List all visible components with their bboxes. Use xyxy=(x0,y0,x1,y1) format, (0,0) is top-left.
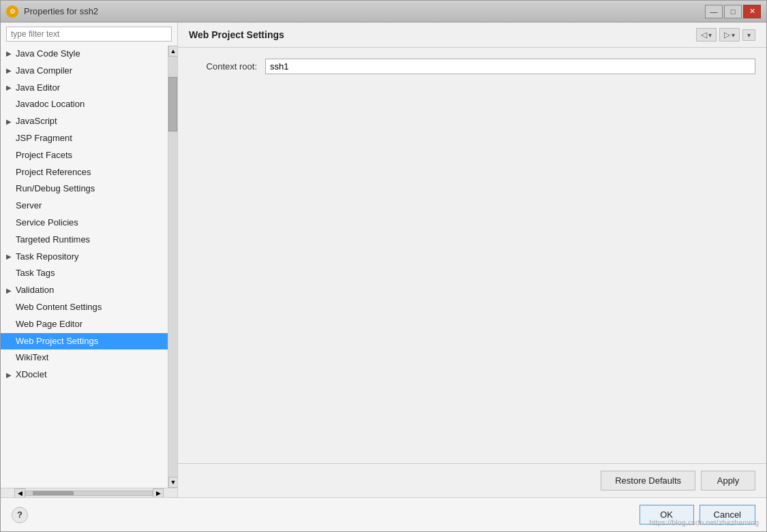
tree-item-project-references[interactable]: Project References xyxy=(1,164,168,181)
scroll-left-arrow[interactable]: ◀ xyxy=(14,488,25,498)
forward-icon: ▷ xyxy=(724,30,730,40)
tree-label-server: Server xyxy=(16,199,42,213)
scroll-down-arrow[interactable]: ▼ xyxy=(168,477,177,488)
tree-label-javadoc-location: Javadoc Location xyxy=(16,97,85,112)
maximize-button[interactable]: □ xyxy=(724,5,742,18)
close-button[interactable]: ✕ xyxy=(743,5,761,18)
tree-item-xdoclet[interactable]: ▶XDoclet xyxy=(1,366,168,384)
context-root-row: Context root: xyxy=(189,59,755,74)
tree-label-run-debug-settings: Run/Debug Settings xyxy=(16,182,95,196)
forward-button[interactable]: ▷ ▾ xyxy=(719,28,740,42)
tree-label-project-references: Project References xyxy=(16,166,91,180)
tree-arrow-xdoclet: ▶ xyxy=(6,370,16,381)
minimize-button[interactable]: — xyxy=(705,5,723,18)
context-root-label: Context root: xyxy=(189,61,257,72)
tree-item-java-code-style[interactable]: ▶Java Code Style xyxy=(1,46,168,63)
scroll-up-arrow[interactable]: ▲ xyxy=(168,46,177,57)
title-bar: ⚙ Properties for ssh2 — □ ✕ xyxy=(1,1,766,22)
right-content: Context root: xyxy=(178,48,766,463)
tree-label-task-repository: Task Repository xyxy=(16,250,78,264)
right-footer: Restore Defaults Apply xyxy=(178,463,766,497)
tree-item-project-facets[interactable]: Project Facets xyxy=(1,147,168,164)
tree-item-jsp-fragment[interactable]: JSP Fragment xyxy=(1,130,168,147)
tree-label-java-compiler: Java Compiler xyxy=(16,64,72,78)
right-header: Web Project Settings ◁ ▾ ▷ ▾ ▾ xyxy=(178,22,766,48)
window-icon: ⚙ xyxy=(6,5,18,18)
context-root-input[interactable] xyxy=(265,59,755,74)
h-scroll-thumb[interactable] xyxy=(33,491,74,495)
tree-item-task-tags[interactable]: Task Tags xyxy=(1,265,168,282)
back-button[interactable]: ◁ ▾ xyxy=(696,28,717,42)
properties-window: ⚙ Properties for ssh2 — □ ✕ ▶Java Code S… xyxy=(0,0,767,532)
tree-item-javascript[interactable]: ▶JavaScript xyxy=(1,113,168,130)
tree-label-web-page-editor: Web Page Editor xyxy=(16,317,82,332)
tree-label-web-project-settings: Web Project Settings xyxy=(16,334,98,349)
tree-item-web-project-settings[interactable]: Web Project Settings xyxy=(1,333,168,350)
right-panel: Web Project Settings ◁ ▾ ▷ ▾ ▾ xyxy=(178,22,766,497)
tree-item-run-debug-settings[interactable]: Run/Debug Settings xyxy=(1,181,168,198)
tree-list: ▶Java Code Style▶Java Compiler▶Java Edit… xyxy=(1,46,168,488)
window-title: Properties for ssh2 xyxy=(24,6,98,16)
forward-dropdown-arrow[interactable]: ▾ xyxy=(732,31,735,39)
tree-label-java-code-style: Java Code Style xyxy=(16,47,80,61)
apply-button[interactable]: Apply xyxy=(701,471,755,490)
filter-input[interactable] xyxy=(6,27,172,42)
tree-item-server[interactable]: Server xyxy=(1,198,168,215)
title-bar-left: ⚙ Properties for ssh2 xyxy=(6,5,98,18)
tree-item-wikitext[interactable]: WikiText xyxy=(1,349,168,366)
back-icon: ◁ xyxy=(701,30,707,40)
scroll-track xyxy=(168,57,177,477)
tree-label-javascript: JavaScript xyxy=(16,114,57,129)
tree-item-java-compiler[interactable]: ▶Java Compiler xyxy=(1,63,168,80)
scroll-right-arrow[interactable]: ▶ xyxy=(153,488,164,498)
watermark: https://blog.csdn.net/zhazhaming xyxy=(649,518,759,527)
tree-label-validation: Validation xyxy=(16,283,54,298)
tree-item-java-editor[interactable]: ▶Java Editor xyxy=(1,80,168,97)
tree-item-javadoc-location[interactable]: Javadoc Location xyxy=(1,96,168,113)
tree-label-targeted-runtimes: Targeted Runtimes xyxy=(16,233,90,247)
menu-dropdown-arrow[interactable]: ▾ xyxy=(747,31,751,39)
title-bar-controls: — □ ✕ xyxy=(705,5,761,18)
tree-item-web-content-settings[interactable]: Web Content Settings xyxy=(1,299,168,316)
tree-item-web-page-editor[interactable]: Web Page Editor xyxy=(1,316,168,333)
tree-arrow-validation: ▶ xyxy=(6,285,16,296)
tree-arrow-javascript: ▶ xyxy=(6,116,16,127)
tree-arrow-java-editor: ▶ xyxy=(6,82,16,93)
tree-arrow-java-code-style: ▶ xyxy=(6,48,16,59)
tree-label-wikitext: WikiText xyxy=(16,351,48,365)
panel-title: Web Project Settings xyxy=(189,29,284,40)
content-area: ▶Java Code Style▶Java Compiler▶Java Edit… xyxy=(1,22,766,497)
horizontal-scrollbar: ◀ ▶ xyxy=(1,488,177,497)
tree-item-validation[interactable]: ▶Validation xyxy=(1,282,168,299)
left-scroll-area: ▶Java Code Style▶Java Compiler▶Java Edit… xyxy=(1,46,177,488)
restore-defaults-button[interactable]: Restore Defaults xyxy=(601,471,695,490)
tree-label-java-editor: Java Editor xyxy=(16,81,60,95)
tree-label-xdoclet: XDoclet xyxy=(16,368,47,382)
vertical-scrollbar[interactable]: ▲ ▼ xyxy=(168,46,177,488)
header-actions: ◁ ▾ ▷ ▾ ▾ xyxy=(696,28,755,42)
scroll-thumb[interactable] xyxy=(168,77,177,131)
tree-label-jsp-fragment: JSP Fragment xyxy=(16,131,72,146)
menu-dropdown-button[interactable]: ▾ xyxy=(742,29,755,41)
tree-label-project-facets: Project Facets xyxy=(16,148,72,163)
tree-item-service-policies[interactable]: Service Policies xyxy=(1,215,168,232)
tree-arrow-java-compiler: ▶ xyxy=(6,65,16,76)
tree-label-service-policies: Service Policies xyxy=(16,216,78,230)
tree-arrow-task-repository: ▶ xyxy=(6,251,16,262)
h-scroll-track xyxy=(25,490,153,496)
help-button[interactable]: ? xyxy=(12,507,28,523)
tree-label-web-content-settings: Web Content Settings xyxy=(16,300,102,315)
tree-item-targeted-runtimes[interactable]: Targeted Runtimes xyxy=(1,232,168,249)
tree-item-task-repository[interactable]: ▶Task Repository xyxy=(1,249,168,266)
back-dropdown-arrow[interactable]: ▾ xyxy=(708,31,712,39)
tree-label-task-tags: Task Tags xyxy=(16,266,55,281)
left-panel: ▶Java Code Style▶Java Compiler▶Java Edit… xyxy=(1,22,178,497)
